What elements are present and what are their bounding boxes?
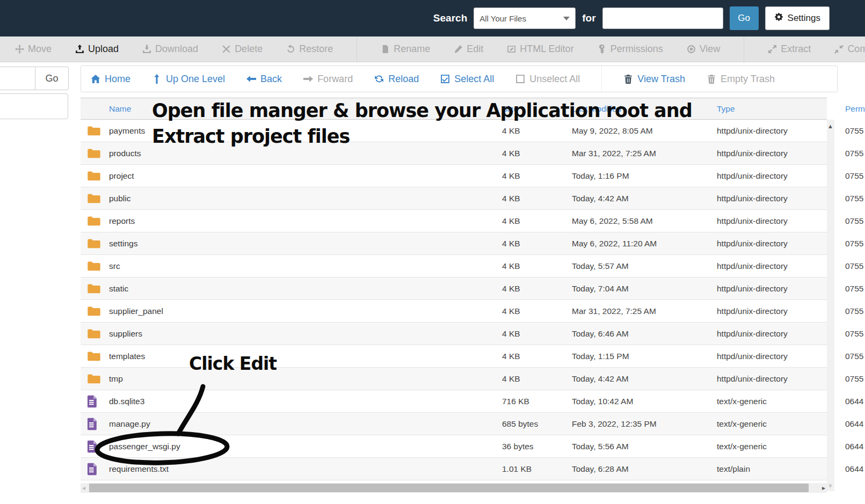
horizontal-scroll-thumb[interactable] <box>89 484 809 492</box>
table-row-passenger_wsgi.py[interactable]: passenger_wsgi.py36 bytesToday, 5:56 AMt… <box>81 435 827 458</box>
table-row-src[interactable]: src4 KBToday, 5:57 AMhttpd/unix-director… <box>81 255 827 277</box>
table-row-db.sqlite3[interactable]: db.sqlite3716 KBToday, 10:42 AMtext/x-ge… <box>81 390 827 413</box>
nav-item-forward: Forward <box>303 74 353 85</box>
file-type: httpd/unix-directory <box>717 216 845 226</box>
folder-icon <box>81 328 104 339</box>
nav-item-view-trash[interactable]: View Trash <box>623 74 685 85</box>
file-name: supplier_panel <box>104 306 502 316</box>
search-scope-value: All Your Files <box>479 14 526 23</box>
search-go-button[interactable]: Go <box>730 6 759 30</box>
file-type: text/plain <box>717 464 845 474</box>
home-icon <box>91 74 100 84</box>
table-row-static[interactable]: static4 KBToday, 7:04 AMhttpd/unix-direc… <box>81 277 827 300</box>
file-size: 4 KB <box>502 284 572 294</box>
trash-icon <box>623 74 633 84</box>
file-size: 4 KB <box>502 374 572 384</box>
checkbox-empty-icon <box>515 74 525 84</box>
horizontal-scrollbar[interactable]: ◂ ▸ <box>81 483 827 493</box>
toolbar-item-label: Move <box>28 43 52 55</box>
vertical-scrollbar[interactable]: ▲ ▼ <box>827 120 834 491</box>
nav-item-home[interactable]: Home <box>91 74 130 85</box>
file-type: httpd/unix-directory <box>717 329 845 339</box>
extract-icon <box>768 45 777 54</box>
table-row-reports[interactable]: reports4 KBMay 6, 2022, 5:58 AMhttpd/uni… <box>81 210 827 232</box>
file-type: httpd/unix-directory <box>717 352 845 361</box>
scroll-up-icon[interactable]: ▲ <box>827 123 833 129</box>
file-modified: Today, 6:28 AM <box>572 464 717 474</box>
gear-icon <box>774 12 783 24</box>
table-row-suppliers[interactable]: suppliers4 KBToday, 6:46 AMhttpd/unix-di… <box>81 323 827 345</box>
toolbar-item-upload[interactable]: Upload <box>75 43 119 55</box>
file-modified: Today, 10:42 AM <box>572 397 717 406</box>
search-scope-select[interactable]: All Your Files <box>474 8 576 29</box>
file-type: httpd/unix-directory <box>717 261 845 271</box>
toolbar-item-download: Download <box>142 43 198 55</box>
nav-item-label: Select All <box>454 74 494 85</box>
back-arrow-icon <box>246 74 256 84</box>
file-modified: Feb 3, 2022, 12:35 PM <box>572 419 717 429</box>
key-icon <box>598 45 607 54</box>
scroll-down-icon[interactable]: ▼ <box>827 483 833 489</box>
toolbar-item-label: Extract <box>781 43 811 55</box>
file-permissions: 0755 <box>845 284 863 294</box>
folder-icon <box>81 170 104 181</box>
nav-item-select-all[interactable]: Select All <box>440 74 494 85</box>
table-row-public[interactable]: public4 KBToday, 4:42 AMhttpd/unix-direc… <box>81 187 827 210</box>
settings-label: Settings <box>788 13 820 24</box>
file-permissions: 0755 <box>845 126 863 136</box>
sidebar-path-input[interactable] <box>0 67 35 90</box>
table-row-manage.py[interactable]: manage.py685 bytesFeb 3, 2022, 12:35 PMt… <box>81 413 827 435</box>
folder-icon <box>81 193 104 204</box>
chevron-down-icon <box>563 17 570 20</box>
file-name: passenger_wsgi.py <box>104 442 502 451</box>
toolbar-item-restore: Restore <box>286 43 333 55</box>
toolbar-item-label: Delete <box>235 43 263 55</box>
toolbar-item-delete: Delete <box>222 43 263 55</box>
nav-item-reload[interactable]: Reload <box>374 74 419 85</box>
file-size: 716 KB <box>502 397 572 406</box>
nav-item-label: Reload <box>388 74 419 85</box>
action-toolbar: MoveUploadDownloadDeleteRestoreRenameEdi… <box>0 36 865 62</box>
toolbar-item-label: Compress <box>847 43 865 55</box>
column-header-permissions[interactable]: Permissions <box>845 104 865 114</box>
toolbar-item-view: View <box>687 43 721 55</box>
sidebar-go-button[interactable]: Go <box>35 67 69 90</box>
folder-icon <box>81 125 104 136</box>
folder-icon <box>81 238 104 249</box>
file-modified: Today, 4:42 AM <box>572 374 717 384</box>
file-name: templates <box>104 352 502 361</box>
nav-item-up-one-level[interactable]: Up One Level <box>152 74 225 85</box>
table-row-settings[interactable]: settings4 KBMay 6, 2022, 11:20 AMhttpd/u… <box>81 232 827 255</box>
toolbar-item-edit: Edit <box>454 43 483 55</box>
annotation-click-edit: Click Edit <box>189 353 277 374</box>
table-row-requirements.txt[interactable]: requirements.txt1.01 KBToday, 6:28 AMtex… <box>81 458 827 480</box>
file-permissions: 0755 <box>845 216 863 226</box>
eye-icon <box>687 45 696 54</box>
search-input[interactable] <box>602 8 723 29</box>
file-modified: Mar 31, 2022, 7:25 AM <box>572 149 717 158</box>
file-name: reports <box>104 216 502 226</box>
nav-item-label: Up One Level <box>166 74 225 85</box>
toolbar-item-html-editor: HTML Editor <box>507 43 573 55</box>
file-modified: Today, 5:56 AM <box>572 442 717 451</box>
file-type: text/x-generic <box>717 419 845 429</box>
file-name: src <box>104 261 502 271</box>
nav-item-back[interactable]: Back <box>246 74 282 85</box>
folder-icon <box>81 215 104 227</box>
settings-button[interactable]: Settings <box>765 6 830 30</box>
scroll-left-icon[interactable]: ◂ <box>82 484 85 492</box>
sidebar-tree-box[interactable] <box>0 93 68 119</box>
file-permissions: 0755 <box>845 306 863 316</box>
annotation-line1: Open file manger & browse your Applicati… <box>152 100 692 121</box>
toolbar-item-label: View <box>700 43 721 55</box>
file-modified: May 9, 2022, 8:05 AM <box>572 126 717 136</box>
table-row-supplier_panel[interactable]: supplier_panel4 KBMar 31, 2022, 7:25 AMh… <box>81 300 827 323</box>
file-size: 1.01 KB <box>502 464 572 474</box>
folder-icon <box>81 373 104 384</box>
scroll-right-icon[interactable]: ▸ <box>822 484 825 492</box>
file-size: 4 KB <box>502 194 572 203</box>
file-name: manage.py <box>104 419 502 429</box>
table-row-project[interactable]: project4 KBToday, 1:16 PMhttpd/unix-dire… <box>81 165 827 187</box>
file-type: httpd/unix-directory <box>717 171 845 181</box>
column-header-type[interactable]: Type <box>717 104 845 114</box>
